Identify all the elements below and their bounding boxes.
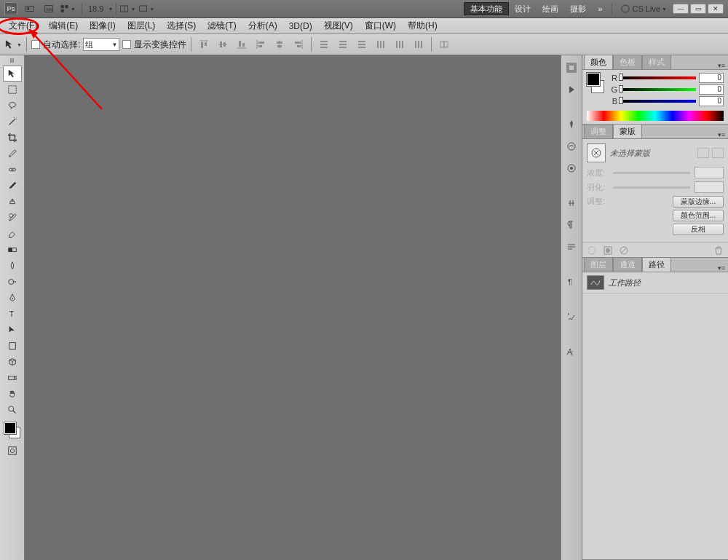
gradient-tool-icon[interactable] [3, 242, 22, 258]
distribute-top-icon[interactable] [316, 37, 332, 52]
menu-help[interactable]: 帮助(H) [402, 18, 443, 33]
b-slider[interactable] [620, 98, 696, 105]
color-range-button[interactable]: 颜色范围... [673, 210, 724, 221]
navigator-panel-icon[interactable]: ¶ [563, 274, 579, 290]
character-panel-icon[interactable] [563, 195, 579, 211]
arrange-docs-icon[interactable]: ▼ [119, 2, 135, 15]
g-input[interactable]: 0 [699, 84, 724, 95]
align-left-icon[interactable] [253, 37, 269, 52]
clone-stamp-tool-icon[interactable] [3, 194, 22, 210]
screen-mode-icon[interactable]: ▼ [138, 2, 154, 15]
auto-select-checkbox[interactable] [31, 40, 40, 49]
brushes-panel-icon[interactable] [563, 138, 579, 154]
actions-panel-icon[interactable] [563, 82, 579, 98]
foreground-color[interactable] [4, 422, 16, 434]
delete-mask-icon[interactable] [713, 245, 724, 256]
workspace-design[interactable]: 设计 [509, 2, 537, 15]
info-panel-icon[interactable] [563, 309, 579, 325]
zoom-tool-icon[interactable] [3, 402, 22, 418]
auto-select-dropdown[interactable]: 组▼ [83, 38, 119, 51]
window-minimize[interactable]: — [673, 4, 689, 14]
align-bottom-icon[interactable] [234, 37, 250, 52]
b-input[interactable]: 0 [699, 96, 724, 106]
hand-tool-icon[interactable] [3, 386, 22, 402]
dodge-tool-icon[interactable] [3, 274, 22, 290]
density-input[interactable] [695, 167, 724, 178]
vector-mask-icon[interactable] [712, 148, 724, 158]
bridge-icon[interactable] [22, 2, 38, 15]
pixel-mask-icon[interactable] [697, 148, 709, 158]
menu-3d[interactable]: 3D(D) [283, 20, 318, 33]
path-selection-tool-icon[interactable] [3, 322, 22, 338]
shape-tool-icon[interactable] [3, 338, 22, 354]
g-slider[interactable] [620, 86, 696, 93]
cslive-button[interactable]: CS Live▼ [621, 4, 667, 13]
workspace-essentials[interactable]: 基本功能 [464, 2, 509, 15]
pen-tool-icon[interactable] [3, 290, 22, 306]
mask-edge-button[interactable]: 蒙版边缘... [673, 196, 724, 208]
menu-layer[interactable]: 图层(L) [122, 18, 162, 33]
auto-align-icon[interactable] [436, 37, 452, 52]
type-tool-icon[interactable]: T [3, 306, 22, 322]
path-item[interactable]: 工作路径 [582, 272, 728, 293]
tab-adjustments[interactable]: 调整 [584, 124, 613, 138]
clone-source-panel-icon[interactable] [563, 160, 579, 176]
tab-paths[interactable]: 路径 [642, 257, 671, 272]
align-right-icon[interactable] [290, 37, 306, 52]
apply-mask-icon[interactable] [603, 245, 613, 256]
distribute-right-icon[interactable] [411, 37, 427, 52]
align-top-icon[interactable] [196, 37, 212, 52]
canvas-area[interactable] [25, 55, 561, 560]
density-slider[interactable] [613, 172, 690, 174]
current-tool-icon[interactable]: ▼ [4, 37, 22, 52]
align-vcenter-icon[interactable] [215, 37, 231, 52]
distribute-hcenter-icon[interactable] [392, 37, 408, 52]
menu-file[interactable]: 文件(F) [3, 18, 43, 33]
eraser-tool-icon[interactable] [3, 226, 22, 242]
menu-view[interactable]: 视图(V) [318, 18, 359, 33]
view-extras-icon[interactable]: ▼ [60, 2, 76, 15]
feather-input[interactable] [695, 181, 724, 193]
3d-camera-tool-icon[interactable] [3, 370, 22, 386]
minibridge-icon[interactable]: Mb [41, 2, 57, 15]
brush-presets-panel-icon[interactable] [563, 117, 579, 133]
zoom-value[interactable]: 18.9 [88, 4, 103, 13]
tab-color[interactable]: 颜色 [584, 55, 613, 69]
styles-panel-icon[interactable] [563, 239, 579, 255]
history-brush-tool-icon[interactable] [3, 210, 22, 226]
color-panel-swatches[interactable] [587, 73, 604, 93]
workspace-photography[interactable]: 摄影 [564, 2, 592, 15]
color-swatches[interactable] [4, 422, 20, 438]
history-panel-icon[interactable] [563, 60, 579, 76]
panel-menu-icon[interactable]: ▾≡ [715, 131, 728, 138]
tab-channels[interactable]: 通道 [613, 257, 642, 272]
move-tool-icon[interactable] [3, 66, 22, 82]
workspace-more[interactable]: » [592, 2, 608, 15]
workspace-painting[interactable]: 绘画 [537, 2, 564, 15]
magic-wand-tool-icon[interactable] [3, 114, 22, 130]
disable-mask-icon[interactable] [619, 245, 629, 256]
tab-styles[interactable]: 样式 [642, 55, 671, 69]
r-input[interactable]: 0 [699, 73, 724, 83]
marquee-tool-icon[interactable] [3, 82, 22, 98]
swatches-panel-icon[interactable]: A| [563, 344, 579, 360]
spectrum-bar[interactable] [587, 111, 724, 121]
distribute-left-icon[interactable] [373, 37, 389, 52]
tab-masks[interactable]: 蒙版 [613, 124, 642, 138]
paragraph-panel-icon[interactable] [563, 217, 579, 233]
tab-layers[interactable]: 图层 [584, 257, 613, 272]
panel-menu-icon[interactable]: ▾≡ [715, 62, 728, 69]
r-slider[interactable] [620, 74, 696, 82]
blur-tool-icon[interactable] [3, 258, 22, 274]
tab-swatches[interactable]: 色板 [613, 55, 642, 69]
eyedropper-tool-icon[interactable] [3, 146, 22, 162]
panel-menu-icon[interactable]: ▾≡ [715, 264, 728, 272]
menu-select[interactable]: 选择(S) [161, 18, 202, 33]
menu-window[interactable]: 窗口(W) [359, 18, 402, 33]
menu-filter[interactable]: 滤镜(T) [202, 18, 242, 33]
invert-button[interactable]: 反相 [673, 224, 724, 235]
toolbox-handle[interactable] [0, 58, 24, 64]
healing-brush-tool-icon[interactable] [3, 162, 22, 178]
distribute-bottom-icon[interactable] [354, 37, 370, 52]
menu-edit[interactable]: 编辑(E) [43, 18, 84, 33]
